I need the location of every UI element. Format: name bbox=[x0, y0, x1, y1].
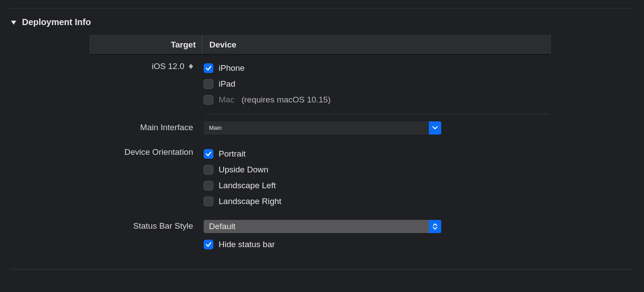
orientation-label: Device Orientation bbox=[124, 146, 193, 158]
device-ipad-label: iPad bbox=[219, 76, 235, 92]
device-iphone-row: iPhone bbox=[204, 60, 551, 76]
hide-status-bar-checkbox[interactable] bbox=[204, 240, 213, 249]
status-bar-row: Status Bar Style Default Hide status bar bbox=[90, 209, 551, 252]
portrait-checkbox[interactable] bbox=[204, 149, 213, 159]
device-table-header: Target Device bbox=[90, 35, 551, 55]
upside-down-checkbox[interactable] bbox=[204, 165, 213, 175]
bottom-divider bbox=[11, 269, 633, 270]
up-down-chevron-icon[interactable] bbox=[429, 220, 441, 233]
mac-checkbox[interactable] bbox=[204, 95, 213, 105]
orientation-left-row: Landscape Left bbox=[204, 178, 551, 193]
device-mac-row: Mac (requires macOS 10.15) bbox=[204, 92, 551, 108]
device-mac-label: Mac bbox=[219, 92, 234, 108]
target-stepper-icon[interactable] bbox=[189, 64, 193, 69]
main-interface-input[interactable] bbox=[204, 121, 429, 135]
header-target: Target bbox=[90, 36, 202, 54]
status-bar-select[interactable]: Default bbox=[204, 220, 441, 233]
orientation-left-label: Landscape Left bbox=[219, 178, 276, 193]
svg-marker-2 bbox=[189, 66, 193, 69]
section-title: Deployment Info bbox=[22, 17, 91, 27]
orientation-portrait-label: Portrait bbox=[219, 146, 245, 162]
orientation-upside-label: Upside Down bbox=[219, 162, 268, 178]
iphone-checkbox[interactable] bbox=[204, 63, 213, 73]
hide-status-bar-label: Hide status bar bbox=[219, 237, 275, 252]
hide-status-bar-row: Hide status bar bbox=[204, 237, 551, 252]
header-device: Device bbox=[202, 36, 550, 54]
landscape-left-checkbox[interactable] bbox=[204, 181, 213, 190]
main-interface-row: Main Interface bbox=[90, 116, 551, 135]
target-row: iOS 12.0 iPhone iPad bbox=[90, 55, 551, 116]
deployment-panel: Target Device iOS 12.0 iPhone bbox=[90, 35, 551, 252]
section-header[interactable]: Deployment Info bbox=[11, 17, 633, 27]
orientation-right-row: Landscape Right bbox=[204, 193, 551, 209]
row-divider bbox=[205, 114, 549, 114]
device-ipad-row: iPad bbox=[204, 76, 551, 92]
orientation-right-label: Landscape Right bbox=[219, 193, 282, 209]
orientation-row: Device Orientation Portrait Upside Down bbox=[90, 135, 551, 209]
main-interface-label: Main Interface bbox=[140, 121, 193, 134]
target-value-label: iOS 12.0 bbox=[152, 60, 184, 73]
disclosure-triangle-icon[interactable] bbox=[11, 19, 17, 26]
ipad-checkbox[interactable] bbox=[204, 79, 213, 89]
device-mac-note: (requires macOS 10.15) bbox=[242, 92, 331, 108]
main-interface-combobox[interactable] bbox=[204, 121, 441, 135]
svg-marker-0 bbox=[11, 21, 16, 25]
device-iphone-label: iPhone bbox=[219, 60, 245, 76]
chevron-down-icon[interactable] bbox=[429, 121, 441, 135]
status-bar-value: Default bbox=[204, 220, 429, 233]
orientation-upside-row: Upside Down bbox=[204, 162, 551, 178]
status-bar-label: Status Bar Style bbox=[133, 220, 193, 232]
orientation-portrait-row: Portrait bbox=[204, 146, 551, 162]
landscape-right-checkbox[interactable] bbox=[204, 197, 213, 206]
deployment-info-section: Deployment Info Target Device iOS 12.0 bbox=[0, 8, 644, 258]
